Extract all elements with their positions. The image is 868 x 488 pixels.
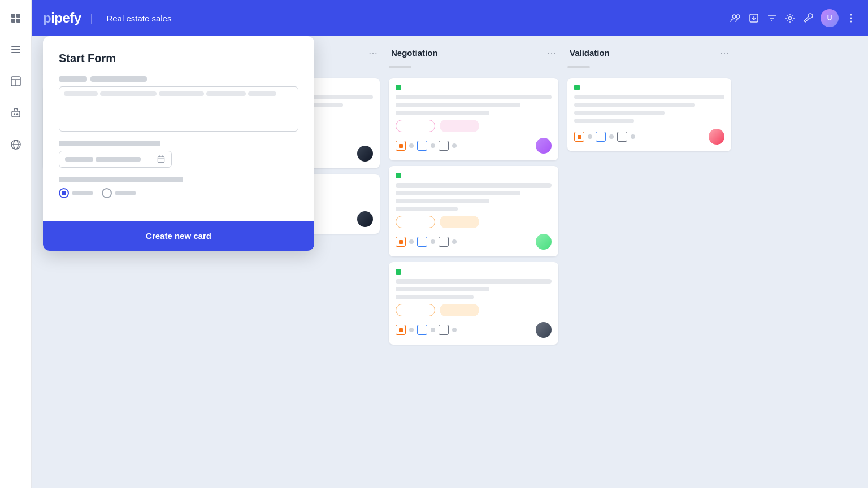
badge-outline-pink <box>396 120 435 132</box>
column-header-validation: Validation ⋯ <box>567 47 731 58</box>
card-icon-dot3 <box>452 328 457 332</box>
field1-label <box>59 76 298 82</box>
card-icon <box>417 237 427 247</box>
card-avatar <box>709 129 724 145</box>
svg-rect-6 <box>11 52 20 53</box>
card-icon-dot2 <box>431 239 435 244</box>
card-negotiation-3 <box>389 262 558 345</box>
svg-rect-3 <box>16 19 20 23</box>
card-negotiation-2 <box>389 166 558 256</box>
card-icon <box>396 325 406 335</box>
svg-rect-7 <box>11 77 20 86</box>
card-icon-cycle <box>439 325 449 335</box>
card-negotiation-1 <box>389 78 558 160</box>
card-avatar <box>357 211 373 227</box>
column-title-validation: Validation <box>570 48 715 58</box>
card-line <box>396 111 489 115</box>
card-line <box>574 119 634 123</box>
svg-rect-10 <box>12 111 20 117</box>
placeholder-block <box>159 91 204 96</box>
svg-rect-4 <box>11 46 20 47</box>
svg-point-20 <box>850 14 852 16</box>
nav-separator: | <box>90 12 93 24</box>
column-negotiation: Negotiation ⋯ <box>389 47 558 477</box>
sidebar-icon-list[interactable] <box>7 41 25 59</box>
sidebar <box>0 0 32 488</box>
card-dots <box>396 269 552 274</box>
column-menu-validation[interactable]: ⋯ <box>720 47 729 58</box>
sidebar-icon-bot[interactable] <box>7 104 25 122</box>
column-menu-listing[interactable]: ⋯ <box>368 47 377 58</box>
topnav-left: pipefy | Real estate sales <box>43 10 171 26</box>
card-line <box>396 183 552 188</box>
radio-button-empty[interactable] <box>102 188 112 198</box>
users-icon[interactable] <box>730 12 741 24</box>
column-underline-negotiation <box>389 66 411 68</box>
svg-point-11 <box>14 114 15 115</box>
svg-point-19 <box>789 17 792 20</box>
main-content: pipefy | Real estate sales U <box>32 0 868 488</box>
date-block <box>65 157 93 162</box>
card-line <box>396 279 552 284</box>
radio-button-selected[interactable] <box>59 188 69 198</box>
card-avatar <box>357 146 373 162</box>
card-icon <box>417 325 427 335</box>
card-footer <box>396 322 552 338</box>
svg-point-21 <box>850 18 852 19</box>
tag-green <box>396 85 401 90</box>
radio-inner <box>62 191 66 195</box>
form-radio-section <box>59 177 298 198</box>
sidebar-icon-grid[interactable] <box>7 9 25 27</box>
topnav-right: U <box>730 9 857 27</box>
label-block-long <box>90 76 147 82</box>
card-line <box>396 95 552 99</box>
wrench-icon[interactable] <box>802 12 814 24</box>
radio-option-2[interactable] <box>102 188 136 198</box>
radio-label <box>115 191 136 195</box>
create-new-card-button[interactable]: Create new card <box>146 231 211 241</box>
svg-point-17 <box>736 15 740 18</box>
tag-green <box>396 269 401 274</box>
column-validation: Validation ⋯ <box>567 47 731 477</box>
radio-option-1[interactable] <box>59 188 93 198</box>
placeholder-block <box>64 91 98 96</box>
column-underline-validation <box>567 66 590 68</box>
card-dots <box>574 85 724 90</box>
card-icon-dot2 <box>609 134 614 139</box>
svg-rect-23 <box>158 156 164 162</box>
tag-green <box>396 173 401 178</box>
radio-label <box>72 191 93 195</box>
sidebar-icon-table[interactable] <box>7 72 25 90</box>
label-block-short <box>59 76 87 82</box>
card-icon-cycle <box>439 141 449 151</box>
settings-icon[interactable] <box>784 12 796 24</box>
badge-outline-orange <box>396 216 435 228</box>
column-menu-negotiation[interactable]: ⋯ <box>547 47 556 58</box>
card-line <box>396 207 458 211</box>
svg-rect-2 <box>11 19 15 23</box>
user-avatar[interactable]: U <box>821 9 839 27</box>
card-icon <box>574 132 584 142</box>
card-icon-dot <box>409 143 414 148</box>
card-line <box>396 287 489 291</box>
card-icon-dot2 <box>431 143 435 148</box>
card-icons <box>574 132 635 142</box>
card-line <box>396 103 520 107</box>
board-title: Real estate sales <box>106 14 171 23</box>
card-footer <box>396 138 552 154</box>
card-icon-dot2 <box>431 328 435 332</box>
import-icon[interactable] <box>748 12 760 24</box>
card-icon-cycle <box>439 237 449 247</box>
more-icon[interactable] <box>845 12 857 24</box>
form-footer: Create new card <box>43 221 314 251</box>
form-textarea[interactable] <box>59 86 298 132</box>
date-input[interactable] <box>59 151 172 168</box>
sidebar-icon-globe[interactable] <box>7 136 25 154</box>
form-title: Start Form <box>59 52 298 65</box>
card-icon-dot3 <box>452 143 457 148</box>
card-icon <box>417 141 427 151</box>
card-line <box>574 111 665 115</box>
card-line <box>396 191 520 195</box>
topnav: pipefy | Real estate sales U <box>32 0 868 36</box>
filter-icon[interactable] <box>766 12 778 24</box>
